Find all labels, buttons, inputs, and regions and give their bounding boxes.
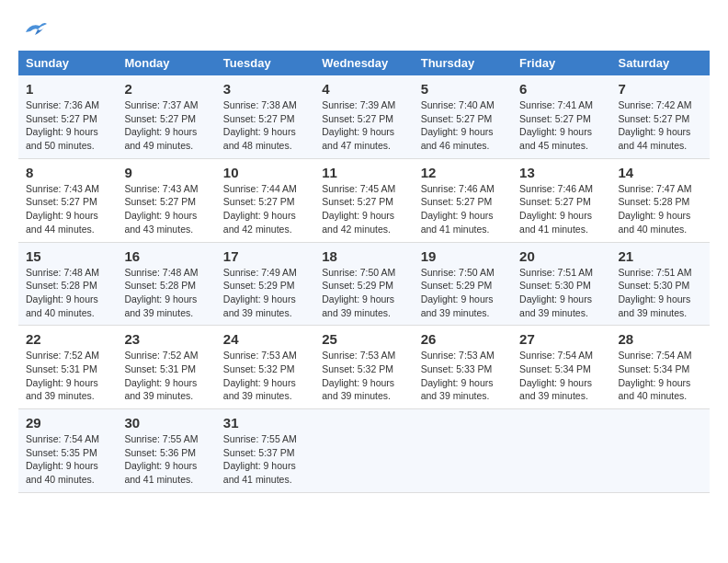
day-cell: 8 Sunrise: 7:43 AM Sunset: 5:27 PM Dayli…: [18, 158, 117, 242]
week-row-1: 1 Sunrise: 7:36 AM Sunset: 5:27 PM Dayli…: [18, 75, 710, 158]
day-info: Sunrise: 7:40 AM Sunset: 5:27 PM Dayligh…: [421, 98, 505, 153]
calendar-header: SundayMondayTuesdayWednesdayThursdayFrid…: [18, 51, 710, 75]
day-number: 5: [421, 81, 505, 97]
header-row: SundayMondayTuesdayWednesdayThursdayFrid…: [18, 51, 710, 75]
day-number: 16: [124, 248, 208, 264]
header-saturday: Saturday: [611, 51, 710, 75]
week-row-4: 22 Sunrise: 7:52 AM Sunset: 5:31 PM Dayl…: [18, 326, 710, 409]
day-info: Sunrise: 7:53 AM Sunset: 5:32 PM Dayligh…: [223, 349, 307, 403]
day-number: 31: [223, 415, 307, 431]
day-info: Sunrise: 7:50 AM Sunset: 5:29 PM Dayligh…: [421, 266, 505, 320]
day-info: Sunrise: 7:37 AM Sunset: 5:27 PM Dayligh…: [124, 98, 208, 153]
day-info: Sunrise: 7:50 AM Sunset: 5:29 PM Dayligh…: [322, 266, 405, 320]
day-info: Sunrise: 7:41 AM Sunset: 5:27 PM Dayligh…: [519, 98, 603, 153]
day-info: Sunrise: 7:36 AM Sunset: 5:27 PM Dayligh…: [26, 98, 109, 153]
day-number: 15: [26, 248, 109, 264]
day-info: Sunrise: 7:52 AM Sunset: 5:31 PM Dayligh…: [124, 349, 208, 403]
day-number: 23: [124, 331, 208, 347]
day-number: 2: [124, 81, 208, 97]
day-number: 24: [223, 331, 307, 347]
day-cell: 23 Sunrise: 7:52 AM Sunset: 5:31 PM Dayl…: [117, 326, 215, 409]
day-cell: 17 Sunrise: 7:49 AM Sunset: 5:29 PM Dayl…: [216, 242, 314, 326]
day-info: Sunrise: 7:54 AM Sunset: 5:34 PM Dayligh…: [519, 349, 603, 403]
day-cell: 18 Sunrise: 7:50 AM Sunset: 5:29 PM Dayl…: [314, 242, 413, 326]
day-number: 4: [322, 81, 405, 97]
day-number: 20: [519, 248, 603, 264]
day-cell: 19 Sunrise: 7:50 AM Sunset: 5:29 PM Dayl…: [414, 242, 512, 326]
day-cell: 29 Sunrise: 7:54 AM Sunset: 5:35 PM Dayl…: [18, 409, 117, 493]
day-cell: [512, 409, 610, 493]
day-cell: [611, 409, 710, 493]
day-info: Sunrise: 7:52 AM Sunset: 5:31 PM Dayligh…: [26, 349, 109, 403]
day-cell: 30 Sunrise: 7:55 AM Sunset: 5:36 PM Dayl…: [117, 409, 215, 493]
day-cell: 28 Sunrise: 7:54 AM Sunset: 5:34 PM Dayl…: [611, 326, 710, 409]
header-monday: Monday: [117, 51, 215, 75]
day-info: Sunrise: 7:48 AM Sunset: 5:28 PM Dayligh…: [26, 266, 109, 320]
day-number: 1: [26, 81, 109, 97]
day-number: 3: [223, 81, 307, 97]
day-info: Sunrise: 7:48 AM Sunset: 5:28 PM Dayligh…: [124, 266, 208, 320]
day-info: Sunrise: 7:38 AM Sunset: 5:27 PM Dayligh…: [223, 98, 307, 153]
day-number: 8: [26, 165, 109, 180]
day-cell: 22 Sunrise: 7:52 AM Sunset: 5:31 PM Dayl…: [18, 326, 117, 409]
day-cell: 31 Sunrise: 7:55 AM Sunset: 5:37 PM Dayl…: [216, 409, 314, 493]
day-cell: 1 Sunrise: 7:36 AM Sunset: 5:27 PM Dayli…: [18, 75, 117, 158]
day-number: 13: [519, 165, 603, 180]
day-info: Sunrise: 7:46 AM Sunset: 5:27 PM Dayligh…: [421, 182, 505, 236]
day-info: Sunrise: 7:53 AM Sunset: 5:33 PM Dayligh…: [421, 349, 505, 403]
logo: [18, 18, 49, 41]
day-info: Sunrise: 7:54 AM Sunset: 5:34 PM Dayligh…: [619, 349, 702, 403]
day-number: 30: [124, 415, 208, 431]
week-row-3: 15 Sunrise: 7:48 AM Sunset: 5:28 PM Dayl…: [18, 242, 710, 326]
day-cell: 27 Sunrise: 7:54 AM Sunset: 5:34 PM Dayl…: [512, 326, 610, 409]
day-number: 19: [421, 248, 505, 264]
day-number: 6: [519, 81, 603, 97]
day-number: 29: [26, 415, 109, 431]
day-cell: [314, 409, 413, 493]
day-cell: 9 Sunrise: 7:43 AM Sunset: 5:27 PM Dayli…: [117, 158, 215, 242]
day-cell: 12 Sunrise: 7:46 AM Sunset: 5:27 PM Dayl…: [414, 158, 512, 242]
day-info: Sunrise: 7:44 AM Sunset: 5:27 PM Dayligh…: [223, 182, 307, 236]
day-info: Sunrise: 7:45 AM Sunset: 5:27 PM Dayligh…: [322, 182, 405, 236]
header-sunday: Sunday: [18, 51, 117, 75]
day-info: Sunrise: 7:42 AM Sunset: 5:27 PM Dayligh…: [619, 98, 702, 153]
day-number: 27: [519, 331, 603, 347]
day-info: Sunrise: 7:43 AM Sunset: 5:27 PM Dayligh…: [26, 182, 109, 236]
day-number: 18: [322, 248, 405, 264]
day-cell: 24 Sunrise: 7:53 AM Sunset: 5:32 PM Dayl…: [216, 326, 314, 409]
day-number: 26: [421, 331, 505, 347]
calendar-table: SundayMondayTuesdayWednesdayThursdayFrid…: [18, 51, 710, 493]
day-info: Sunrise: 7:47 AM Sunset: 5:28 PM Dayligh…: [619, 182, 702, 236]
week-row-2: 8 Sunrise: 7:43 AM Sunset: 5:27 PM Dayli…: [18, 158, 710, 242]
day-number: 25: [322, 331, 405, 347]
page-header: [18, 18, 710, 41]
day-number: 14: [619, 165, 702, 180]
day-number: 11: [322, 165, 405, 180]
day-info: Sunrise: 7:55 AM Sunset: 5:36 PM Dayligh…: [124, 432, 208, 487]
day-number: 12: [421, 165, 505, 180]
day-number: 10: [223, 165, 307, 180]
day-number: 17: [223, 248, 307, 264]
day-cell: 2 Sunrise: 7:37 AM Sunset: 5:27 PM Dayli…: [117, 75, 215, 158]
day-info: Sunrise: 7:49 AM Sunset: 5:29 PM Dayligh…: [223, 266, 307, 320]
day-info: Sunrise: 7:54 AM Sunset: 5:35 PM Dayligh…: [26, 432, 109, 487]
week-row-5: 29 Sunrise: 7:54 AM Sunset: 5:35 PM Dayl…: [18, 409, 710, 493]
day-info: Sunrise: 7:51 AM Sunset: 5:30 PM Dayligh…: [619, 266, 702, 320]
day-cell: 5 Sunrise: 7:40 AM Sunset: 5:27 PM Dayli…: [414, 75, 512, 158]
day-cell: 20 Sunrise: 7:51 AM Sunset: 5:30 PM Dayl…: [512, 242, 610, 326]
day-cell: 16 Sunrise: 7:48 AM Sunset: 5:28 PM Dayl…: [117, 242, 215, 326]
day-cell: 7 Sunrise: 7:42 AM Sunset: 5:27 PM Dayli…: [611, 75, 710, 158]
day-number: 9: [124, 165, 208, 180]
day-cell: 26 Sunrise: 7:53 AM Sunset: 5:33 PM Dayl…: [414, 326, 512, 409]
day-cell: 11 Sunrise: 7:45 AM Sunset: 5:27 PM Dayl…: [314, 158, 413, 242]
day-cell: 13 Sunrise: 7:46 AM Sunset: 5:27 PM Dayl…: [512, 158, 610, 242]
day-info: Sunrise: 7:43 AM Sunset: 5:27 PM Dayligh…: [124, 182, 208, 236]
day-info: Sunrise: 7:46 AM Sunset: 5:27 PM Dayligh…: [519, 182, 603, 236]
logo-text: [18, 18, 49, 41]
day-info: Sunrise: 7:55 AM Sunset: 5:37 PM Dayligh…: [223, 432, 307, 487]
day-cell: 3 Sunrise: 7:38 AM Sunset: 5:27 PM Dayli…: [216, 75, 314, 158]
day-cell: 15 Sunrise: 7:48 AM Sunset: 5:28 PM Dayl…: [18, 242, 117, 326]
day-info: Sunrise: 7:51 AM Sunset: 5:30 PM Dayligh…: [519, 266, 603, 320]
day-info: Sunrise: 7:53 AM Sunset: 5:32 PM Dayligh…: [322, 349, 405, 403]
day-cell: 14 Sunrise: 7:47 AM Sunset: 5:28 PM Dayl…: [611, 158, 710, 242]
